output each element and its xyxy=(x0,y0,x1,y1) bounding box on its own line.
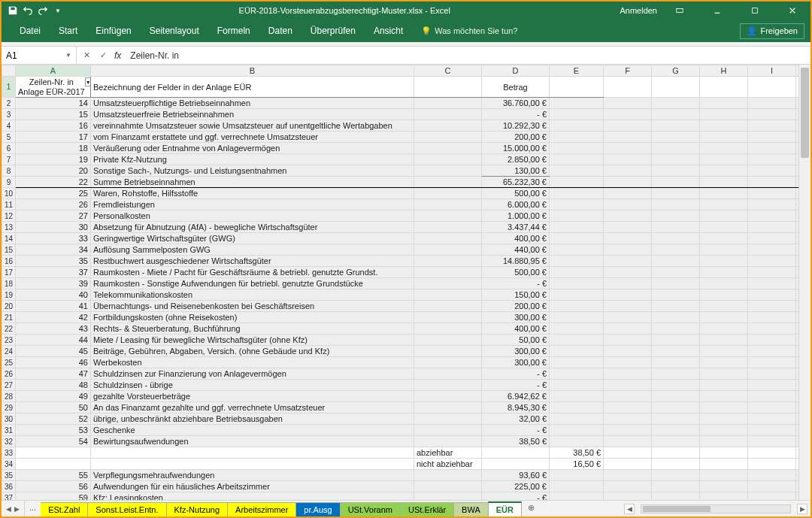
cell[interactable]: 6.942,62 € xyxy=(482,391,550,402)
row-header[interactable]: 24 xyxy=(2,346,16,357)
cell[interactable] xyxy=(748,380,796,391)
more-tabs-indicator[interactable]: ... xyxy=(25,501,41,516)
cell[interactable]: 300,00 € xyxy=(482,346,550,357)
cell[interactable] xyxy=(652,481,700,492)
cell[interactable]: - € xyxy=(482,278,550,289)
cell[interactable] xyxy=(700,335,748,346)
cell[interactable]: 200,00 € xyxy=(482,132,550,143)
cell[interactable] xyxy=(414,120,482,132)
cell[interactable]: Geschenke xyxy=(91,425,414,436)
cell[interactable]: Beiträge, Gebühren, Abgaben, Versich. (o… xyxy=(91,346,414,357)
sheet-tab[interactable]: pr.Ausg xyxy=(295,502,340,516)
row-header[interactable]: 37 xyxy=(2,492,16,501)
row-header[interactable]: 28 xyxy=(2,391,16,402)
cell[interactable]: Sonstige Sach-, Nutzungs- und Leistungse… xyxy=(91,165,414,177)
cell[interactable] xyxy=(748,222,796,233)
cell[interactable] xyxy=(550,391,604,402)
cell[interactable] xyxy=(414,323,482,335)
cell[interactable] xyxy=(550,413,604,425)
cell[interactable] xyxy=(414,391,482,402)
cell[interactable]: 56 xyxy=(16,481,91,492)
cell[interactable]: Waren, Rohstoffe, Hilfsstoffe xyxy=(91,188,414,199)
cell[interactable] xyxy=(700,481,748,492)
cell[interactable] xyxy=(604,244,652,256)
cell[interactable] xyxy=(748,346,796,357)
cell[interactable] xyxy=(748,301,796,312)
col-header-I[interactable]: I xyxy=(748,65,796,77)
cell[interactable] xyxy=(414,481,482,492)
cell[interactable] xyxy=(700,143,748,154)
cell[interactable] xyxy=(414,222,482,233)
cell[interactable] xyxy=(16,459,91,470)
cell[interactable] xyxy=(652,335,700,346)
cell[interactable] xyxy=(748,165,796,177)
row-header[interactable]: 16 xyxy=(2,256,16,267)
cell[interactable] xyxy=(652,380,700,391)
cell[interactable] xyxy=(550,278,604,289)
cell[interactable] xyxy=(550,211,604,222)
cell[interactable]: Aufwendungen für ein häusliches Arbeitsz… xyxy=(91,481,414,492)
cell[interactable] xyxy=(652,120,700,132)
col-header-A[interactable]: A xyxy=(16,65,91,77)
sheet-tab[interactable]: BWA xyxy=(453,502,489,516)
row-header[interactable]: 29 xyxy=(2,402,16,413)
cell[interactable]: Absetzung für Abnutzung (AfA) - beweglic… xyxy=(91,222,414,233)
row-header[interactable]: 35 xyxy=(2,470,16,481)
cell[interactable]: 32,00 € xyxy=(482,413,550,425)
cell[interactable]: Werbekosten xyxy=(91,357,414,368)
row-header[interactable]: 17 xyxy=(2,267,16,278)
cell[interactable]: 16,50 € xyxy=(550,459,604,470)
cell[interactable] xyxy=(700,380,748,391)
cell[interactable] xyxy=(652,154,700,165)
cell[interactable] xyxy=(700,289,748,301)
cell[interactable] xyxy=(700,233,748,244)
cell[interactable]: 46 xyxy=(16,357,91,368)
cell[interactable]: Personalkosten xyxy=(91,211,414,222)
cell[interactable] xyxy=(414,413,482,425)
cell[interactable] xyxy=(414,165,482,177)
cell[interactable] xyxy=(414,211,482,222)
cell[interactable]: Miete / Leasing für bewegliche Wirtschaf… xyxy=(91,335,414,346)
cell[interactable] xyxy=(700,323,748,335)
cell[interactable]: nicht abziehbar xyxy=(414,459,482,470)
cell[interactable] xyxy=(700,77,748,98)
cell[interactable]: 400,00 € xyxy=(482,323,550,335)
cell[interactable]: Umsatzsteuerfreie Betriebseinnahmen xyxy=(91,109,414,120)
cell[interactable] xyxy=(604,154,652,165)
cell[interactable] xyxy=(652,391,700,402)
cell[interactable] xyxy=(550,335,604,346)
cell[interactable] xyxy=(748,177,796,188)
cell[interactable] xyxy=(550,233,604,244)
cell[interactable] xyxy=(414,425,482,436)
cell[interactable]: 18 xyxy=(16,143,91,154)
ribbon-tab-start[interactable]: Start xyxy=(50,21,86,41)
cell[interactable] xyxy=(550,244,604,256)
cell[interactable] xyxy=(604,188,652,199)
cell[interactable] xyxy=(550,346,604,357)
cell[interactable] xyxy=(700,447,748,459)
cell[interactable]: 93,60 € xyxy=(482,470,550,481)
cell[interactable]: 400,00 € xyxy=(482,233,550,244)
accept-formula-icon[interactable]: ✓ xyxy=(96,50,110,60)
cell[interactable] xyxy=(700,413,748,425)
row-header[interactable]: 7 xyxy=(2,154,16,165)
cell[interactable] xyxy=(652,132,700,143)
col-header-E[interactable]: E xyxy=(550,65,604,77)
cell[interactable]: Telekommunikationskosten xyxy=(91,289,414,301)
cell[interactable] xyxy=(700,267,748,278)
cell[interactable] xyxy=(550,165,604,177)
ribbon-tab-ansicht[interactable]: Ansicht xyxy=(365,21,412,41)
cell[interactable] xyxy=(550,402,604,413)
cell[interactable] xyxy=(700,177,748,188)
cell[interactable]: 150,00 € xyxy=(482,289,550,301)
ribbon-tab-daten[interactable]: Daten xyxy=(259,21,301,41)
cell[interactable]: 16 xyxy=(16,120,91,132)
cell[interactable] xyxy=(652,77,700,98)
new-sheet-button[interactable]: ⊕ xyxy=(522,501,541,516)
horizontal-scrollbar[interactable] xyxy=(641,504,791,513)
cell[interactable] xyxy=(550,357,604,368)
cell[interactable]: 54 xyxy=(16,436,91,447)
cell[interactable] xyxy=(748,492,796,501)
cell[interactable] xyxy=(550,470,604,481)
cell[interactable]: Fremdleistungen xyxy=(91,199,414,211)
